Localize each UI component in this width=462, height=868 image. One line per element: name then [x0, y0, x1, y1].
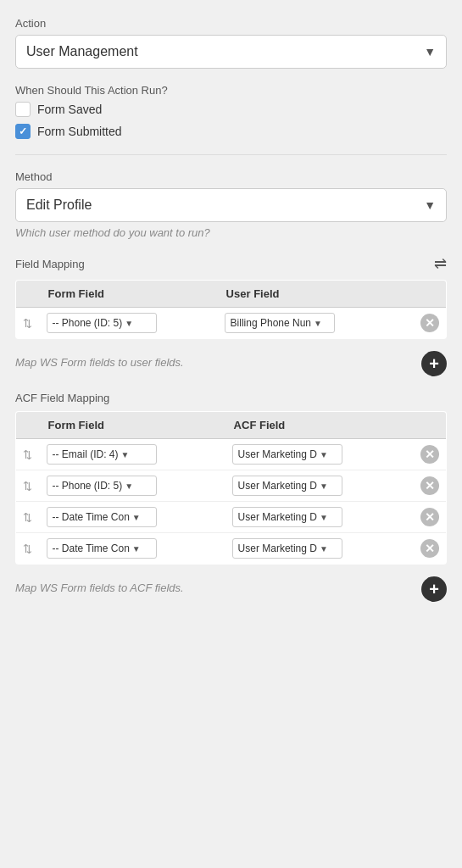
- acf-form-field-cell-1: -- Phone (ID: 5) ▼: [40, 470, 225, 502]
- acf-remove-row-button-2[interactable]: ✕: [420, 508, 439, 526]
- when-options: Form Saved Form Submitted: [15, 102, 447, 139]
- acf-remove-row-button-1[interactable]: ✕: [420, 476, 439, 495]
- acf-field-mapping-add-button[interactable]: +: [421, 576, 447, 602]
- when-section: When Should This Action Run? Form Saved …: [15, 84, 447, 139]
- field-mapping-row: ⇅ -- Phone (ID: 5) ▼ Billing Phone Nun ▼…: [16, 308, 447, 339]
- acf-form-field-select-0[interactable]: -- Email (ID: 4) ▼: [47, 444, 157, 465]
- acf-field-select-3[interactable]: User Marketing D ▼: [232, 538, 342, 559]
- acf-th-empty: [16, 412, 40, 439]
- acf-field-cell-1: User Marketing D ▼: [225, 470, 414, 502]
- acf-form-field-select-2[interactable]: -- Date Time Con ▼: [47, 507, 157, 527]
- acf-mapping-row: ⇅ -- Date Time Con ▼ User Marketing D ▼ …: [16, 502, 447, 533]
- acf-mapping-row: ⇅ -- Email (ID: 4) ▼ User Marketing D ▼ …: [16, 439, 447, 470]
- form-saved-item[interactable]: Form Saved: [15, 102, 447, 117]
- acf-form-field-select-1[interactable]: -- Phone (ID: 5) ▼: [47, 476, 157, 496]
- action-section: Action User Management ▼: [15, 17, 447, 69]
- method-label: Method: [15, 170, 447, 183]
- acf-remove-cell-0: ✕: [414, 439, 447, 470]
- action-select[interactable]: User Management ▼: [15, 35, 447, 69]
- acf-sort-handle-0[interactable]: ⇅: [16, 439, 40, 470]
- acf-th-form: Form Field: [40, 412, 225, 439]
- acf-field-select-0[interactable]: User Marketing D ▼: [232, 444, 342, 465]
- acf-field-mapping-section: ACF Field Mapping Form Field ACF Field ⇅…: [15, 392, 447, 602]
- acf-field-cell-3: User Marketing D ▼: [225, 533, 414, 565]
- acf-remove-row-button-3[interactable]: ✕: [420, 539, 439, 558]
- acf-sort-handle-2[interactable]: ⇅: [16, 502, 40, 533]
- method-select[interactable]: Edit Profile ▼: [15, 188, 447, 222]
- acf-sort-handle-1[interactable]: ⇅: [16, 470, 40, 502]
- form-submitted-checkbox[interactable]: [15, 124, 31, 139]
- form-submitted-label: Form Submitted: [37, 125, 122, 138]
- when-label: When Should This Action Run?: [15, 84, 447, 97]
- form-saved-checkbox[interactable]: [15, 102, 31, 117]
- field-mapping-header: Field Mapping ⇌: [15, 254, 447, 273]
- action-value: User Management: [26, 44, 138, 59]
- acf-field-select-1[interactable]: User Marketing D ▼: [232, 476, 342, 496]
- field-mapping-hint: Map WS Form fields to user fields.: [15, 356, 184, 369]
- method-hint: Which user method do you want to run?: [15, 226, 447, 239]
- acf-field-select-2[interactable]: User Marketing D ▼: [232, 507, 342, 527]
- field-mapping-th-remove: [414, 281, 447, 308]
- acf-field-mapping-header: ACF Field Mapping: [15, 392, 447, 404]
- form-field-cell-0: -- Phone (ID: 5) ▼: [40, 308, 218, 339]
- acf-sort-handle-3[interactable]: ⇅: [16, 533, 40, 565]
- remove-cell-0: ✕: [414, 308, 447, 339]
- method-value: Edit Profile: [26, 198, 92, 213]
- acf-mapping-row: ⇅ -- Date Time Con ▼ User Marketing D ▼ …: [16, 533, 447, 565]
- user-field-select-0[interactable]: Billing Phone Nun ▼: [225, 313, 335, 333]
- field-mapping-add-button[interactable]: +: [421, 351, 447, 376]
- acf-remove-cell-1: ✕: [414, 470, 447, 502]
- acf-field-mapping-title: ACF Field Mapping: [15, 392, 109, 404]
- field-mapping-title: Field Mapping: [15, 258, 85, 270]
- remove-row-button-0[interactable]: ✕: [420, 314, 439, 332]
- user-field-cell-0: Billing Phone Nun ▼: [218, 308, 414, 339]
- acf-remove-cell-3: ✕: [414, 533, 447, 565]
- acf-th-remove: [414, 412, 447, 439]
- field-mapping-th-form: Form Field: [40, 281, 218, 308]
- method-arrow-icon: ▼: [424, 198, 436, 212]
- acf-form-field-select-3[interactable]: -- Date Time Con ▼: [47, 538, 157, 559]
- field-mapping-section: Field Mapping ⇌ Form Field User Field ⇅ …: [15, 254, 447, 376]
- sort-handle-0[interactable]: ⇅: [16, 308, 40, 339]
- mapping-arrows-icon: ⇌: [434, 254, 447, 273]
- field-mapping-th-user: User Field: [218, 281, 414, 308]
- form-submitted-item[interactable]: Form Submitted: [15, 124, 447, 139]
- action-arrow-icon: ▼: [424, 45, 436, 58]
- acf-mapping-row: ⇅ -- Phone (ID: 5) ▼ User Marketing D ▼ …: [16, 470, 447, 502]
- acf-form-field-cell-3: -- Date Time Con ▼: [40, 533, 225, 565]
- acf-th-acf: ACF Field: [225, 412, 414, 439]
- field-mapping-th-empty: [16, 281, 40, 308]
- form-field-select-0[interactable]: -- Phone (ID: 5) ▼: [47, 313, 157, 333]
- acf-field-mapping-hint: Map WS Form fields to ACF fields.: [15, 581, 184, 594]
- divider-1: [15, 154, 447, 155]
- acf-form-field-cell-2: -- Date Time Con ▼: [40, 502, 225, 533]
- field-mapping-table: Form Field User Field ⇅ -- Phone (ID: 5)…: [15, 280, 447, 339]
- action-label: Action: [15, 17, 447, 30]
- method-section: Method Edit Profile ▼ Which user method …: [15, 170, 447, 239]
- acf-form-field-cell-0: -- Email (ID: 4) ▼: [40, 439, 225, 470]
- acf-field-cell-2: User Marketing D ▼: [225, 502, 414, 533]
- acf-field-cell-0: User Marketing D ▼: [225, 439, 414, 470]
- acf-field-mapping-table: Form Field ACF Field ⇅ -- Email (ID: 4) …: [15, 411, 447, 565]
- form-saved-label: Form Saved: [37, 103, 102, 116]
- acf-remove-row-button-0[interactable]: ✕: [420, 445, 439, 464]
- acf-remove-cell-2: ✕: [414, 502, 447, 533]
